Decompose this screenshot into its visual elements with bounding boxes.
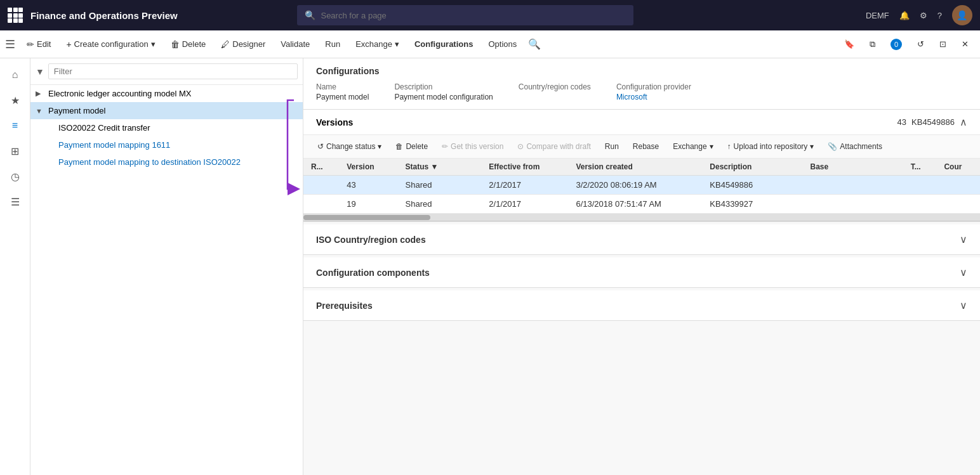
tree-item-iso20022[interactable]: ISO20022 Credit transfer (30, 119, 303, 136)
collapsible-header-0[interactable]: ISO Country/region codes ∨ (303, 224, 980, 254)
bookmark-icon-btn[interactable]: 🔖 (838, 36, 861, 53)
sidebar-icon-home[interactable]: ⌂ (4, 63, 27, 86)
collapsible-title-1: Configuration components (316, 268, 430, 278)
get-version-icon: ✏ (442, 142, 448, 151)
designer-button[interactable]: 🖊 Designer (215, 36, 272, 53)
detach-icon-btn[interactable]: ⊡ (933, 36, 953, 53)
upload-icon: ↑ (727, 142, 731, 151)
get-this-version-button[interactable]: ✏ Get this version (435, 139, 510, 154)
app-title: Finance and Operations Preview (30, 10, 178, 21)
help-icon[interactable]: ? (937, 11, 942, 20)
config-desc-field: Description Payment model configuration (394, 82, 493, 101)
collapsible-section-0: ISO Country/region codes ∨ (303, 224, 980, 255)
app-grid-icon[interactable] (8, 8, 23, 23)
avatar[interactable]: 👤 (952, 5, 972, 25)
versions-badge-number: 43 (897, 117, 906, 127)
col-header-base[interactable]: Base (803, 159, 903, 176)
config-provider-label: Configuration provider (616, 82, 691, 91)
table-row[interactable]: 43Shared2/1/20173/2/2020 08:06:19 AMKB45… (303, 176, 980, 195)
run-button[interactable]: Run (319, 36, 347, 53)
tree-item-payment-model[interactable]: ▼ Payment model (30, 102, 303, 119)
filter-icon[interactable]: ▼ (36, 67, 44, 77)
config-provider-field: Configuration provider Microsoft (616, 82, 691, 101)
versions-collapse-btn[interactable]: ∧ (960, 116, 967, 128)
configurations-button[interactable]: Configurations (408, 36, 479, 53)
exchange-dropdown-icon: ▾ (395, 39, 399, 49)
settings-icon[interactable]: ⚙ (920, 11, 927, 20)
sidebar-icon-history[interactable]: ◷ (4, 165, 27, 188)
versions-table-scroll: R... Version Status ▼ Effective from Ver… (303, 159, 980, 214)
edit-icon: ✏ (27, 39, 34, 49)
table-row[interactable]: 19Shared2/1/20176/13/2018 07:51:47 AMKB4… (303, 195, 980, 214)
compare-icon: ⊙ (517, 142, 524, 151)
hamburger-icon[interactable]: ☰ (5, 37, 15, 51)
scrollbar-thumb[interactable] (303, 215, 430, 220)
config-header-title: Configurations (316, 66, 967, 76)
badge-btn[interactable]: 0 (884, 35, 908, 54)
versions-run-button[interactable]: Run (599, 139, 625, 154)
sidebar-icon-menu[interactable]: ☰ (4, 190, 27, 213)
command-bar: ☰ ✏ Edit + Create configuration ▾ 🗑 Dele… (0, 30, 980, 58)
config-name-field: Name Payment model (316, 82, 369, 101)
sidebar-icon-list[interactable]: ≡ (4, 114, 27, 137)
user-label: DEMF (866, 11, 889, 20)
col-header-t: T... (903, 159, 937, 176)
config-header-fields: Name Payment model Description Payment m… (316, 82, 967, 101)
chevron-down-icon-0: ∨ (960, 233, 967, 245)
tree-item-electronic-ledger[interactable]: ▶ Electronic ledger accounting model MX (30, 85, 303, 102)
versions-delete-button[interactable]: 🗑 Delete (389, 139, 434, 154)
change-status-button[interactable]: ↺ Change status ▾ (311, 139, 388, 154)
collapsible-sections: ISO Country/region codes ∨ Configuration… (303, 222, 980, 321)
search-input[interactable] (321, 11, 626, 20)
tree-item-pmo-mapping-iso[interactable]: Payment model mapping to destination ISO… (30, 153, 303, 171)
col-header-desc[interactable]: Description (702, 159, 802, 176)
delete-button[interactable]: 🗑 Delete (164, 36, 213, 53)
create-config-button[interactable]: + Create configuration ▾ (60, 36, 161, 53)
config-provider-value[interactable]: Microsoft (616, 93, 647, 101)
sidebar-icon-grid[interactable]: ⊞ (4, 140, 27, 162)
validate-button[interactable]: Validate (274, 36, 316, 53)
collapsible-header-2[interactable]: Prerequisites ∨ (303, 290, 980, 320)
config-desc-value: Payment model configuration (394, 93, 493, 101)
refresh-icon-btn[interactable]: ↺ (911, 36, 930, 53)
attachments-button[interactable]: 📎 Attachments (821, 139, 889, 154)
close-icon-btn[interactable]: ✕ (955, 36, 975, 53)
col-header-effective[interactable]: Effective from (481, 159, 568, 176)
notification-icon[interactable]: 🔔 (899, 11, 910, 20)
collapsible-title-0: ISO Country/region codes (316, 235, 426, 245)
col-header-version[interactable]: Version (339, 159, 397, 176)
badge-count: 0 (891, 39, 902, 50)
tree-item-pmo-mapping-1611[interactable]: Payment model mapping 1611 (30, 136, 303, 153)
search-cmd-icon[interactable]: 🔍 (528, 38, 541, 50)
versions-title: Versions (316, 117, 353, 127)
col-header-created[interactable]: Version created (568, 159, 702, 176)
rebase-button[interactable]: Rebase (626, 139, 665, 154)
change-status-dropdown: ▾ (378, 142, 381, 151)
config-header: Configurations Name Payment model Descri… (303, 58, 980, 110)
compare-draft-button[interactable]: ⊙ Compare with draft (511, 139, 597, 154)
tree-filter-input[interactable] (48, 63, 298, 79)
col-header-cour: Cour (936, 159, 980, 176)
sidebar-icon-star[interactable]: ★ (4, 89, 27, 112)
config-country-label: Country/region codes (519, 82, 591, 91)
options-button[interactable]: Options (482, 36, 523, 53)
plus-icon: + (66, 39, 71, 49)
edit-button[interactable]: ✏ Edit (20, 36, 57, 53)
top-nav: Finance and Operations Preview 🔍 DEMF 🔔 … (0, 0, 980, 30)
versions-badge: 43 KB4549886 ∧ (897, 116, 967, 128)
config-desc-label: Description (394, 82, 493, 91)
versions-exchange-dropdown: ▾ (710, 142, 713, 151)
config-country-field: Country/region codes (519, 82, 591, 101)
expand-icon-btn[interactable]: ⧉ (863, 36, 882, 53)
versions-exchange-button[interactable]: Exchange ▾ (666, 139, 719, 154)
tree-toggle-expanded: ▼ (36, 107, 46, 115)
exchange-button[interactable]: Exchange ▾ (349, 36, 406, 53)
horizontal-scrollbar[interactable] (303, 214, 980, 221)
collapsible-header-1[interactable]: Configuration components ∨ (303, 257, 980, 287)
collapsible-section-1: Configuration components ∨ (303, 257, 980, 288)
col-header-r: R... (303, 159, 339, 176)
col-header-status[interactable]: Status ▼ (398, 159, 482, 176)
versions-toolbar: ↺ Change status ▾ 🗑 Delete ✏ Get this ve… (303, 135, 980, 159)
upload-repository-button[interactable]: ↑ Upload into repository ▾ (721, 139, 821, 154)
collapsible-title-2: Prerequisites (316, 301, 373, 311)
